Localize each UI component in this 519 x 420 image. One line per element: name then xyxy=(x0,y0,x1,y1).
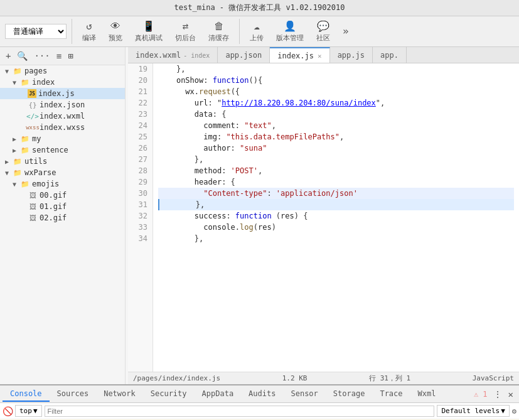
community-button[interactable]: 💬 社区 xyxy=(311,19,335,44)
sidebar-item-my[interactable]: ▶ 📁 my xyxy=(0,133,125,144)
devtools-close-btn[interactable]: ✕ xyxy=(505,388,516,401)
folder-icon: 📁 xyxy=(20,134,30,143)
file-path: /pages/index/index.js xyxy=(133,374,220,382)
devtools-tab-console[interactable]: Console xyxy=(3,387,50,402)
add-file-button[interactable]: + xyxy=(3,50,14,62)
log-level-select[interactable]: Default levels ▼ xyxy=(437,405,509,417)
expand-button[interactable]: ⊞ xyxy=(65,50,76,62)
context-arrow: ▼ xyxy=(33,407,38,415)
folder-icon: 📁 xyxy=(20,146,30,154)
cutover-button[interactable]: ⇄ 切后台 xyxy=(170,19,201,44)
tab-close-index-js[interactable]: × xyxy=(318,52,322,60)
more-icon: » xyxy=(343,25,349,37)
js-icon: JS xyxy=(28,89,36,98)
devtools-tab-security[interactable]: Security xyxy=(143,387,195,402)
title-bar: test_mina - 微信开发者工具 v1.02.1902010 xyxy=(0,0,519,16)
collapse-button[interactable]: ≡ xyxy=(53,50,65,62)
code-line-34: }, xyxy=(158,233,514,244)
more-options-button[interactable]: ··· xyxy=(31,50,53,62)
sidebar-item-index-json[interactable]: {} index.json xyxy=(0,99,125,110)
devtools-tab-wxml[interactable]: Wxml xyxy=(410,387,444,402)
wxml-icon: </> xyxy=(28,112,38,121)
sidebar-item-utils[interactable]: ▶ 📁 utils xyxy=(0,156,125,167)
code-line-30: "Content-type": 'application/json' xyxy=(158,188,514,199)
real-device-label: 真机调试 xyxy=(135,33,163,43)
sidebar-item-pages[interactable]: ▼ 📁 pages xyxy=(0,65,125,77)
file-size: 1.2 KB xyxy=(282,374,308,382)
real-device-button[interactable]: 📱 真机调试 xyxy=(130,19,168,44)
compile-label: 编译 xyxy=(82,33,96,43)
console-toolbar: 🚫 top ▼ Default levels ▼ ⚙ xyxy=(0,403,519,419)
json-icon: {} xyxy=(28,100,38,109)
version-label: 版本管理 xyxy=(276,33,304,43)
console-settings-button[interactable]: ⚙ xyxy=(512,407,516,416)
code-line-29: header: { xyxy=(158,176,514,188)
upload-label: 上传 xyxy=(250,33,264,43)
tab-index-js[interactable]: index.js × xyxy=(270,47,329,63)
context-value: top xyxy=(19,407,32,415)
emojis-arrow: ▼ xyxy=(13,181,20,188)
tab-app-js[interactable]: app.js xyxy=(330,47,373,63)
sidebar-item-01gif[interactable]: 🖼 01.gif xyxy=(0,201,125,212)
upload-button[interactable]: ☁ 上传 xyxy=(245,19,269,44)
real-device-icon: 📱 xyxy=(142,20,155,32)
wxss-icon: wxss xyxy=(28,123,38,132)
clear-storage-button[interactable]: 🗑 清缓存 xyxy=(203,19,234,44)
devtools-tab-sensor[interactable]: Sensor xyxy=(283,387,325,402)
my-arrow: ▶ xyxy=(13,136,20,143)
version-button[interactable]: 👤 版本管理 xyxy=(271,19,309,44)
folder-icon: 📁 xyxy=(20,78,30,87)
sidebar-item-emojis[interactable]: ▼ 📁 emojis xyxy=(0,178,125,190)
devtools-tab-appdata[interactable]: AppData xyxy=(195,387,242,402)
devtools-tab-audits[interactable]: Audits xyxy=(241,387,283,402)
sidebar-item-index-js[interactable]: JS index.js xyxy=(0,88,125,99)
code-line-19: }, xyxy=(158,63,514,75)
version-icon: 👤 xyxy=(284,20,296,32)
code-line-21: wx.request({ xyxy=(158,86,514,97)
devtools-tabs: Console Sources Network Security AppData… xyxy=(0,385,519,403)
cutover-label: 切后台 xyxy=(175,33,196,43)
preview-label: 预览 xyxy=(109,33,122,43)
gif-icon: 🖼 xyxy=(28,202,38,211)
sidebar-item-index-folder[interactable]: ▼ 📁 index xyxy=(0,77,125,88)
devtools-tab-sources[interactable]: Sources xyxy=(50,387,97,402)
code-content: 1920212223 2425262728 293031323334 }, on… xyxy=(128,63,519,372)
devtools-more-btn[interactable]: ⋮ xyxy=(490,388,505,401)
console-filter-input[interactable] xyxy=(45,406,435,417)
search-button[interactable]: 🔍 xyxy=(14,50,31,62)
compile-button[interactable]: ↺ 编译 xyxy=(77,19,101,44)
code-line-24: comment: "text", xyxy=(158,120,514,131)
tab-app-dot[interactable]: app. xyxy=(373,47,407,63)
wxparse-arrow: ▼ xyxy=(5,170,13,176)
cursor-position: 行 31，列 1 xyxy=(369,374,410,383)
tab-index-wxml[interactable]: index.wxml - index xyxy=(128,47,218,63)
code-editor[interactable]: 1920212223 2425262728 293031323334 }, on… xyxy=(128,63,519,372)
clear-storage-icon: 🗑 xyxy=(214,20,224,32)
more-button[interactable]: » xyxy=(338,24,354,40)
console-clear-button[interactable]: 🚫 xyxy=(3,406,13,416)
compile-select[interactable]: 普通编译 xyxy=(5,24,67,39)
folder-icon: 📁 xyxy=(13,157,23,166)
console-context-select[interactable]: top ▼ xyxy=(15,405,42,417)
code-line-26: author: "suna" xyxy=(158,143,514,154)
separator-2 xyxy=(239,19,240,44)
gif-icon: 🖼 xyxy=(28,213,38,222)
sidebar-item-index-wxss[interactable]: wxss index.wxss xyxy=(0,122,125,133)
tab-app-json[interactable]: app.json xyxy=(218,47,270,63)
sidebar-item-02gif[interactable]: 🖼 02.gif xyxy=(0,212,125,223)
code-line-23: data: { xyxy=(158,109,514,120)
preview-button[interactable]: 👁 预览 xyxy=(104,19,127,44)
sidebar-item-sentence[interactable]: ▶ 📁 sentence xyxy=(0,144,125,156)
devtools-tab-trace[interactable]: Trace xyxy=(372,387,410,402)
code-line-22: url: "http://18.220.98.204:80/suna/index… xyxy=(158,97,514,109)
sidebar-item-index-wxml[interactable]: </> index.wxml xyxy=(0,110,125,122)
sidebar-toolbar: + 🔍 ··· ≡ ⊞ xyxy=(0,47,125,65)
devtools-tab-storage[interactable]: Storage xyxy=(326,387,373,402)
code-line-32: success: function (res) { xyxy=(158,210,514,222)
community-label: 社区 xyxy=(316,33,330,43)
sidebar-item-00gif[interactable]: 🖼 00.gif xyxy=(0,190,125,201)
devtools-tab-network[interactable]: Network xyxy=(96,387,143,402)
sidebar: + 🔍 ··· ≡ ⊞ ▼ 📁 pages ▼ 📁 index JS index… xyxy=(0,47,126,384)
sidebar-item-wxparse[interactable]: ▼ 📁 wxParse xyxy=(0,167,125,178)
code-line-28: method: 'POST', xyxy=(158,165,514,176)
